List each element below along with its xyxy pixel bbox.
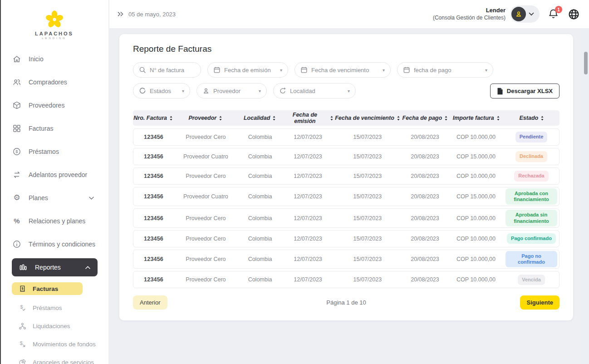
col-header-importe-factura[interactable]: Importe factura (449, 115, 504, 121)
sidebar-item-reportes[interactable]: Reportes (12, 258, 98, 276)
table-row: 123456 Proveedor Cero Colombia 12/07/202… (133, 271, 560, 288)
svg-text:$: $ (20, 340, 22, 346)
notification-badge: 1 (555, 6, 562, 13)
cell-localidad: Colombia (238, 255, 282, 263)
cell-localidad: Colombia (238, 152, 282, 161)
chevrons-right-icon[interactable] (117, 11, 124, 17)
col-header-estado[interactable]: Estado (504, 115, 560, 121)
status-badge: Rechazada (514, 171, 548, 181)
payment-date-filter[interactable]: fecha de pago ▾ (397, 62, 493, 78)
sort-icon (219, 116, 222, 121)
cell-fecha-emision: 12/07/2023 (282, 214, 334, 222)
user-role: Lender (433, 7, 506, 14)
chevron-down-icon (529, 12, 534, 16)
sidebar-subitem-liquidaciones[interactable]: Liquidaciones (12, 317, 100, 335)
status-badge: Pago no confirmado (506, 251, 557, 267)
percent-icon: % (12, 216, 22, 226)
table-row: 123456 Proveedor Cero Colombia 12/07/202… (133, 230, 560, 247)
col-header-fecha-vencimiento[interactable]: Fecha de vencimiento (334, 115, 402, 121)
col-header-nro-factura[interactable]: Nro. Factura (133, 115, 173, 121)
invoice-search-input[interactable] (133, 62, 201, 78)
provider-filter[interactable]: Proveedor ▾ (196, 83, 267, 98)
cell-importe-factura: COP 10.000,00 (448, 172, 504, 180)
sidebar-subitem-label: Movimientos de fondos (33, 341, 96, 348)
sidebar-item-compradores[interactable]: Compradores (12, 70, 100, 93)
sidebar-item-planes[interactable]: ⚙ Planes (12, 186, 100, 209)
invoice-search-field[interactable] (150, 67, 195, 74)
cell-localidad: Colombia (238, 235, 282, 243)
col-header-localidad[interactable]: Localidad (237, 115, 282, 121)
scrollbar-track[interactable] (583, 28, 589, 364)
sidebar-subitem-label: Préstamos (33, 305, 62, 311)
scrollbar-thumb[interactable] (584, 52, 588, 74)
locality-filter[interactable]: Localidad ▾ (273, 83, 356, 98)
cell-fecha-vencimiento: 15/07/2023 (334, 152, 402, 161)
sidebar-subitem-label: Facturas (33, 285, 58, 292)
user-menu[interactable] (510, 5, 540, 23)
locate-plus-icon (279, 87, 286, 94)
gear-icon: ⚙ (12, 193, 22, 203)
sidebar-item-prestamos[interactable]: $ Préstamos (12, 140, 100, 163)
col-header-fecha-emision[interactable]: Fecha de emisión (282, 112, 334, 124)
info-circle-icon (12, 239, 22, 249)
chevron-up-icon (85, 265, 90, 270)
col-header-fecha-pago[interactable]: Fecha de pago (402, 115, 448, 121)
pie-chart-icon (18, 358, 26, 364)
sidebar: LAPACHOS LENDING Inicio Compradores Prov… (0, 0, 109, 364)
sidebar-item-inicio[interactable]: Inicio (12, 47, 100, 70)
status-badge: Pago confirmado (507, 233, 556, 244)
caret-down-icon: ▾ (383, 68, 385, 73)
col-header-proveedor[interactable]: Proveedor (173, 115, 237, 121)
sort-icon (330, 116, 334, 121)
sidebar-subitem-label: Aranceles de servicios (33, 359, 94, 364)
sidebar-subitem-prestamos[interactable]: $ Préstamos (12, 299, 100, 317)
filter-label: Estados (150, 88, 171, 94)
sidebar-item-label: Relaciones y planes (29, 217, 85, 225)
brand-name: LAPACHOS (35, 31, 74, 36)
table-row: 123456 Proveedor Cero Colombia 12/07/202… (133, 128, 560, 146)
filter-label: fecha de pago (414, 67, 451, 74)
sidebar-item-adelantos-proveedor[interactable]: Adelantos proveedor (12, 163, 100, 186)
topbar: 05 de mayo, 2023 Lender (Consola Gestión… (109, 0, 589, 28)
table-row: 123456 Proveedor Cero Colombia 12/07/202… (133, 250, 560, 269)
network-icon (18, 322, 26, 330)
caret-down-icon: ▾ (348, 89, 350, 93)
status-badge: Pendiente (515, 132, 548, 142)
receipt-icon: $ (18, 285, 26, 293)
next-page-button[interactable]: Siguiente (520, 295, 560, 310)
sidebar-item-facturas[interactable]: Facturas (12, 117, 100, 140)
language-button[interactable] (568, 8, 580, 20)
cell-localidad: Colombia (238, 192, 282, 201)
cube-icon (12, 100, 22, 110)
globe-icon (568, 8, 580, 20)
download-xlsx-button[interactable]: Descargar XLSX (490, 84, 560, 98)
notifications-button[interactable]: 1 (548, 8, 560, 20)
breadcrumb: 05 de mayo, 2023 (117, 11, 176, 18)
filter-label: Localidad (290, 88, 315, 94)
svg-text:$: $ (15, 149, 18, 154)
cell-fecha-emision: 12/07/2023 (282, 172, 334, 180)
topbar-right: Lender (Consola Gestión de Clientes) 1 (433, 5, 580, 23)
cell-fecha-vencimiento: 15/07/2023 (334, 172, 402, 180)
sidebar-subitem-facturas[interactable]: $ Facturas (12, 282, 83, 295)
cell-proveedor: Proveedor Cero (174, 235, 238, 243)
cell-fecha-pago: 20/08/2023 (402, 172, 448, 180)
bar-chart-icon (18, 262, 28, 272)
cell-fecha-vencimiento: 15/07/2023 (334, 275, 402, 284)
sidebar-item-terminos-y-condiciones[interactable]: Términos y condiciones (12, 232, 100, 256)
sidebar-item-label: Adelantos proveedor (29, 171, 87, 178)
calendar-icon (300, 66, 308, 74)
sidebar-subitem-aranceles-de-servicios[interactable]: Aranceles de servicios (12, 353, 100, 364)
emission-date-filter[interactable]: Fecha de emisión ▾ (207, 62, 288, 78)
due-date-filter[interactable]: Fecha de vencimiento ▾ (294, 62, 391, 78)
cell-localidad: Colombia (238, 275, 282, 284)
sidebar-item-relaciones-y-planes[interactable]: % Relaciones y planes (12, 209, 100, 232)
main-content: Reporte de Facturas Fecha de emisión ▾ (109, 28, 589, 364)
sidebar-item-proveedores[interactable]: Proveedores (12, 93, 100, 117)
cell-importe-factura: COP 10.000,00 (448, 235, 504, 243)
cell-proveedor: Proveedor Cuatro (174, 152, 238, 161)
filter-label: Fecha de vencimiento (311, 67, 369, 74)
sidebar-subitem-movimientos-de-fondos[interactable]: $ Movimientos de fondos (12, 335, 100, 353)
status-badge: Vencida (518, 275, 545, 285)
states-filter[interactable]: Estados ▾ (133, 83, 190, 98)
